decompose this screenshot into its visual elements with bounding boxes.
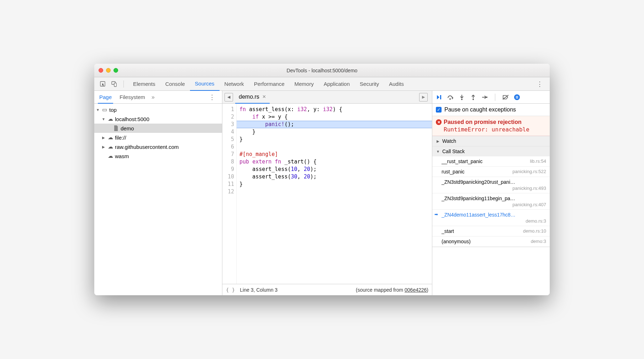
code-line — [239, 143, 432, 151]
tab-security[interactable]: Security — [355, 77, 384, 91]
document-icon — [113, 125, 119, 131]
svg-rect-11 — [517, 96, 518, 99]
pause-caught-row[interactable]: ✓ Pause on caught exceptions — [432, 104, 550, 116]
nav-forward-icon[interactable]: ▶ — [419, 93, 428, 102]
tab-audits[interactable]: Audits — [384, 77, 409, 91]
titlebar: DevTools - localhost:5000/demo — [94, 64, 550, 77]
debugger-panel: ✓ Pause on caught exceptions ✕ Paused on… — [432, 91, 550, 295]
sourcemap-info: (source mapped from 006e4226) — [356, 287, 428, 293]
stack-frame-name: _ZN3std9panicking11begin_pa… — [442, 196, 515, 201]
devtools-window: DevTools - localhost:5000/demo ElementsC… — [94, 64, 550, 295]
stack-frame[interactable]: __rust_start_paniclib.rs:54 — [432, 156, 550, 167]
expand-icon: ▼ — [436, 150, 440, 154]
pause-caught-label: Pause on caught exceptions — [444, 106, 516, 113]
sourcemap-link[interactable]: 006e4226 — [405, 287, 427, 293]
window-icon: ▭ — [101, 106, 108, 113]
checkbox-icon[interactable]: ✓ — [436, 107, 442, 113]
more-tabs-icon[interactable]: » — [152, 94, 155, 100]
step-out-icon[interactable] — [469, 93, 477, 101]
code-line: pub extern fn _start() { — [239, 158, 432, 166]
stack-frame-location: demo:3 — [531, 239, 546, 244]
source-editor[interactable]: 123456789101112 fn assert_less(x: i32, y… — [222, 104, 432, 284]
stack-frame-name: (anonymous) — [442, 239, 471, 244]
code-line: fn assert_less(x: i32, y: i32) { — [239, 106, 432, 113]
cloud-icon: ☁ — [107, 116, 114, 122]
stack-frame-location: panicking.rs:407 — [512, 202, 546, 207]
cloud-icon: ☁ — [107, 134, 114, 141]
svg-point-6 — [473, 99, 474, 100]
watch-section-header[interactable]: ▶ Watch — [432, 136, 550, 146]
tab-sources[interactable]: Sources — [190, 77, 220, 91]
callstack-section-header[interactable]: ▼ Call Stack — [432, 146, 550, 156]
tree-host[interactable]: ▼ ☁ localhost:5000 — [94, 114, 222, 124]
stack-frame-location: demo.rs:10 — [523, 228, 546, 234]
navigator-panel: Page Filesystem » ⋮ ▼ ▭ top ▼ ☁ localhos… — [94, 91, 222, 295]
format-icon[interactable]: { } — [226, 287, 235, 293]
inspect-icon[interactable] — [98, 79, 108, 89]
kebab-menu-icon[interactable]: ⋮ — [534, 80, 546, 88]
tree-top[interactable]: ▼ ▭ top — [94, 105, 222, 114]
tree-file-scheme[interactable]: ▶ ☁ file:// — [94, 133, 222, 142]
tree-label: top — [109, 107, 117, 113]
pause-exceptions-icon[interactable] — [513, 93, 521, 101]
resume-icon[interactable] — [435, 93, 443, 101]
stack-frame-name: rust_panic — [442, 169, 465, 175]
stack-frame[interactable]: (anonymous)demo:3 — [432, 236, 550, 247]
separator — [123, 80, 124, 88]
stack-frame[interactable]: _ZN3std9panicking11begin_pa…panicking.rs… — [432, 193, 550, 210]
navigator-menu-icon[interactable]: ⋮ — [206, 93, 218, 101]
step-icon[interactable] — [481, 93, 489, 101]
line-gutter: 123456789101112 — [222, 104, 237, 284]
close-tab-icon[interactable]: ✕ — [262, 94, 266, 99]
filesystem-tab[interactable]: Filesystem — [118, 91, 147, 104]
tree-label: demo — [121, 125, 134, 131]
editor-panel: ◀ demo.rs ✕ ▶ 123456789101112 fn assert_… — [222, 91, 432, 295]
stack-frame-name: _start — [442, 228, 454, 234]
tree-label: raw.githubusercontent.com — [115, 144, 179, 150]
debug-toolbar — [432, 91, 550, 104]
editor-statusbar: { } Line 3, Column 3 (source mapped from… — [222, 284, 432, 295]
tab-elements[interactable]: Elements — [128, 77, 160, 91]
tab-network[interactable]: Network — [220, 77, 249, 91]
paused-title: Paused on promise rejection — [444, 119, 522, 125]
page-tab[interactable]: Page — [98, 91, 113, 104]
cloud-icon: ☁ — [107, 144, 114, 150]
device-icon[interactable] — [109, 79, 119, 89]
nav-back-icon[interactable]: ◀ — [225, 93, 233, 102]
code-line: panic!(); — [239, 121, 432, 128]
tab-memory[interactable]: Memory — [290, 77, 319, 91]
svg-point-7 — [486, 97, 487, 98]
stack-frame-location: lib.rs:54 — [530, 158, 546, 164]
stack-frame-name: __rust_start_panic — [442, 158, 482, 164]
stack-frame[interactable]: _startdemo.rs:10 — [432, 226, 550, 236]
panel-body: Page Filesystem » ⋮ ▼ ▭ top ▼ ☁ localhos… — [94, 91, 550, 295]
tab-application[interactable]: Application — [319, 77, 355, 91]
cursor-position: Line 3, Column 3 — [240, 287, 278, 293]
tree-raw-github[interactable]: ▶ ☁ raw.githubusercontent.com — [94, 142, 222, 151]
step-over-icon[interactable] — [447, 93, 454, 101]
tree-label: wasm — [115, 153, 129, 159]
stack-frame[interactable]: _ZN4demo11assert_less17hc8…demo.rs:3 — [432, 210, 550, 226]
tree-wasm[interactable]: ▶ ☁ wasm — [94, 151, 222, 161]
tree-file-demo[interactable]: demo — [94, 124, 222, 133]
stack-frame-location: panicking.rs:522 — [512, 169, 546, 175]
expand-icon: ▶ — [436, 139, 440, 143]
code-line: if x >= y { — [239, 113, 432, 121]
separator — [495, 94, 495, 101]
expand-icon: ▶ — [101, 136, 106, 140]
error-icon: ✕ — [436, 119, 442, 125]
stack-frame[interactable]: rust_panicpanicking.rs:522 — [432, 167, 550, 177]
code-line: } — [239, 181, 432, 188]
tab-performance[interactable]: Performance — [249, 77, 290, 91]
stack-frame-location: panicking.rs:493 — [512, 186, 546, 191]
stack-frame-name: _ZN3std9panicking20rust_pani… — [442, 179, 515, 185]
file-tab[interactable]: demo.rs ✕ — [235, 91, 270, 104]
stack-frame[interactable]: _ZN3std9panicking20rust_pani…panicking.r… — [432, 177, 550, 193]
svg-point-9 — [514, 94, 520, 100]
step-into-icon[interactable] — [458, 93, 466, 101]
tab-console[interactable]: Console — [160, 77, 190, 91]
code-line: #[no_mangle] — [239, 151, 432, 158]
deactivate-breakpoints-icon[interactable] — [502, 93, 510, 101]
code-line — [239, 188, 432, 196]
code-line: } — [239, 136, 432, 143]
